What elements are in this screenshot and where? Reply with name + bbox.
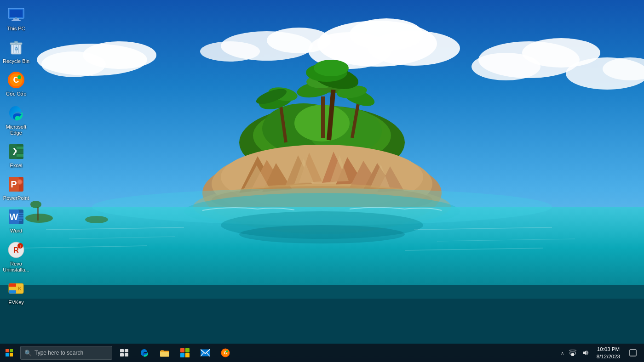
coc-coc-icon: C	[7, 71, 25, 89]
notification-button[interactable]	[626, 344, 640, 362]
svg-rect-123	[120, 353, 124, 356]
svg-point-91	[17, 75, 21, 79]
svg-rect-130	[180, 348, 184, 352]
svg-rect-28	[321, 96, 325, 138]
desktop-icon-evkey[interactable]: EV K EVKey	[0, 277, 32, 307]
edge-taskbar-button[interactable]	[134, 344, 155, 362]
taskbar-pinned-items: C	[114, 344, 236, 362]
this-pc-label: This PC	[7, 26, 25, 32]
svg-rect-108	[17, 217, 23, 219]
svg-point-72	[85, 216, 108, 223]
task-view-button[interactable]	[114, 344, 134, 362]
svg-rect-95	[17, 147, 23, 149]
evkey-label: EVKey	[8, 300, 24, 305]
recycle-bin-icon: ♻	[7, 38, 25, 57]
wallpaper	[0, 0, 644, 344]
tray-expand-arrow[interactable]: ∧	[559, 344, 565, 362]
file-explorer-button[interactable]	[155, 344, 175, 362]
svg-rect-122	[125, 349, 128, 352]
svg-rect-120	[9, 290, 16, 294]
svg-point-68	[239, 225, 405, 243]
desktop-icon-powerpoint[interactable]: P PowerPoint	[0, 173, 32, 203]
svg-rect-144	[630, 350, 636, 356]
svg-rect-97	[17, 154, 23, 157]
system-clock[interactable]: 10:03 PM 8/12/2023	[593, 344, 624, 362]
windows-logo-icon	[6, 349, 13, 356]
svg-rect-142	[570, 352, 575, 354]
svg-rect-106	[17, 213, 23, 214]
powerpoint-icon: P	[7, 175, 25, 193]
svg-rect-76	[10, 10, 23, 17]
excel-label: Excel	[10, 163, 23, 169]
svg-rect-121	[120, 349, 124, 352]
svg-rect-74	[0, 299, 644, 344]
edge-icon	[7, 104, 25, 122]
search-placeholder: Type here to search	[34, 350, 83, 356]
svg-rect-119	[9, 287, 16, 290]
edge-label: Microsoft Edge	[2, 124, 30, 136]
desktop-icon-revo[interactable]: R ↑ Revo Uninstalla...	[0, 239, 32, 275]
svg-text:W: W	[10, 212, 18, 222]
recycle-bin-label: Recycle Bin	[3, 58, 29, 64]
desktop: This PC ♻	[0, 0, 644, 362]
desktop-icon-edge[interactable]: Microsoft Edge	[0, 102, 32, 138]
desktop-icons-container: This PC ♻	[0, 4, 32, 308]
search-icon: 🔍	[24, 350, 32, 356]
mail-button[interactable]	[195, 344, 215, 362]
svg-marker-143	[583, 351, 586, 356]
taskbar: 🔍 Type here to search	[0, 344, 644, 362]
taskbar-search[interactable]: 🔍 Type here to search	[20, 346, 112, 360]
network-icon[interactable]	[567, 344, 578, 362]
svg-rect-133	[185, 353, 190, 357]
svg-point-6	[200, 41, 260, 62]
svg-rect-129	[161, 350, 164, 351]
coc-coc-taskbar-button[interactable]: C	[215, 344, 236, 362]
svg-point-10	[350, 18, 423, 51]
system-tray: ∧ 10:03 PM 8/12/2023	[559, 344, 644, 362]
svg-rect-132	[180, 353, 184, 357]
svg-rect-118	[9, 283, 16, 287]
coc-coc-label: Cốc Cốc	[6, 91, 26, 97]
svg-rect-124	[125, 353, 128, 356]
clock-date: 8/12/2023	[597, 353, 620, 360]
volume-icon[interactable]	[580, 344, 591, 362]
svg-rect-107	[17, 215, 23, 216]
evkey-icon: EV K	[7, 279, 25, 298]
revo-label: Revo Uninstalla...	[2, 261, 30, 273]
desktop-icon-recycle-bin[interactable]: ♻ Recycle Bin	[0, 36, 32, 66]
svg-point-140	[226, 351, 228, 352]
start-button[interactable]	[0, 344, 18, 362]
svg-rect-86	[14, 41, 18, 43]
clock-time: 10:03 PM	[597, 345, 620, 353]
word-icon: W	[7, 208, 25, 226]
desktop-icon-coc-coc[interactable]: C Cốc Cốc	[0, 69, 32, 99]
word-label: Word	[10, 228, 22, 234]
svg-rect-141	[571, 353, 574, 356]
svg-rect-78	[12, 20, 21, 21]
svg-point-3	[83, 41, 156, 69]
svg-rect-96	[17, 150, 23, 153]
this-pc-icon	[7, 6, 25, 24]
svg-rect-131	[185, 348, 190, 352]
svg-text:↑: ↑	[19, 244, 21, 249]
svg-rect-70	[37, 207, 39, 221]
svg-text:♻: ♻	[14, 46, 18, 51]
desktop-icon-this-pc[interactable]: This PC	[0, 4, 32, 34]
svg-text:P: P	[11, 179, 17, 189]
desktop-icon-word[interactable]: W Word	[0, 206, 32, 236]
svg-rect-79	[15, 17, 17, 19]
excel-icon: X	[7, 142, 25, 161]
svg-text:K: K	[18, 286, 22, 291]
desktop-icon-excel[interactable]: X Excel	[0, 141, 32, 170]
powerpoint-label: PowerPoint	[3, 195, 29, 201]
svg-point-38	[314, 60, 349, 76]
svg-rect-109	[17, 220, 22, 221]
store-button[interactable]	[175, 344, 195, 362]
revo-icon: R ↑	[7, 241, 25, 259]
svg-point-102	[18, 180, 22, 184]
svg-rect-128	[160, 352, 169, 356]
